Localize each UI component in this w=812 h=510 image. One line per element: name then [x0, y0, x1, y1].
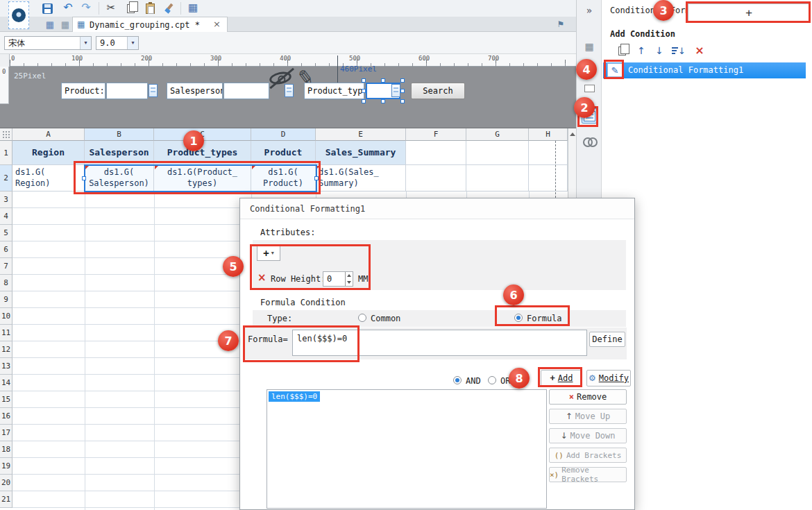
row-header-16[interactable]: 16: [0, 408, 12, 425]
row-header-2[interactable]: 2: [0, 165, 12, 192]
selection-handle[interactable]: [400, 99, 405, 103]
float-element-button[interactable]: [582, 80, 597, 96]
row-header-17[interactable]: 17: [0, 425, 12, 441]
add-condition-clause-button[interactable]: + Add: [541, 370, 582, 386]
row-header-1[interactable]: 1: [0, 141, 12, 165]
cell-H2[interactable]: [529, 165, 568, 192]
row-header-11[interactable]: 11: [0, 325, 12, 341]
row-header-19[interactable]: 19: [0, 458, 12, 475]
row-header-8[interactable]: 8: [0, 275, 12, 291]
product-input-widget[interactable]: [106, 83, 148, 99]
remove-brackets-button[interactable]: ×) Remove Brackets: [549, 467, 627, 482]
row-header-6[interactable]: 6: [0, 241, 12, 258]
move-down-button[interactable]: ↓ Move Down: [549, 428, 627, 443]
parameter-pane[interactable]: 0 25Pixel 460Pixel Product: Salesperson:…: [0, 67, 576, 128]
and-radio[interactable]: [453, 376, 462, 384]
row-height-input[interactable]: 0: [323, 271, 353, 287]
tab-close-icon[interactable]: ×: [213, 19, 221, 28]
row-header-3[interactable]: 3: [0, 192, 12, 208]
app-logo[interactable]: [8, 1, 29, 29]
conditional-formatting-dialog[interactable]: Conditional Formatting1 Attributes: + ▾ …: [239, 198, 635, 510]
row-header-5[interactable]: 5: [0, 225, 12, 241]
add-brackets-button[interactable]: () Add Brackets: [549, 448, 627, 463]
cell-G1[interactable]: [466, 141, 529, 165]
col-header-D[interactable]: D: [251, 128, 316, 141]
cell-A1[interactable]: Region: [12, 141, 85, 165]
condition-list-item-selected[interactable]: ✎ Conditional Formatting1: [603, 62, 806, 78]
web-preview-button[interactable]: ⚑: [555, 19, 566, 30]
col-header-H[interactable]: H: [529, 128, 568, 141]
remove-clause-button[interactable]: × Remove: [549, 389, 627, 405]
row-header-12[interactable]: 12: [0, 341, 12, 358]
delete-condition-button[interactable]: ×: [692, 43, 707, 58]
col-header-F[interactable]: F: [406, 128, 466, 141]
spinner-down-icon[interactable]: [346, 279, 353, 286]
cell-C2[interactable]: ds1.G(Product_types): [154, 165, 251, 192]
selection-handle[interactable]: [362, 99, 366, 103]
condition-clause-list[interactable]: len($$$)=0: [267, 389, 547, 509]
row-header-9[interactable]: 9: [0, 291, 12, 308]
tab-active[interactable]: ▦ Dynamic_grouping.cpt * ×: [72, 17, 228, 32]
save-button[interactable]: [39, 1, 56, 15]
row-header-21[interactable]: 21: [0, 491, 12, 508]
salesperson-input-widget[interactable]: [223, 83, 269, 99]
hyperlink-button[interactable]: [582, 133, 597, 148]
col-header-A[interactable]: A: [12, 128, 85, 141]
cell-A2[interactable]: ds1.G(Region): [12, 165, 85, 192]
col-header-B[interactable]: B: [85, 128, 154, 141]
common-radio[interactable]: [358, 314, 366, 322]
selection-handle[interactable]: [314, 176, 319, 180]
move-condition-down-button[interactable]: ↓: [652, 43, 667, 58]
copy-condition-button[interactable]: [614, 43, 629, 58]
product-label-widget[interactable]: Product:: [61, 83, 105, 99]
undo-button[interactable]: ↶: [60, 0, 76, 15]
add-condition-button[interactable]: +: [688, 3, 810, 22]
remove-attribute-icon[interactable]: ×: [257, 273, 267, 283]
row-header-7[interactable]: 7: [0, 258, 12, 275]
modify-condition-button[interactable]: ⚙ Modify: [586, 370, 631, 386]
cell-F2[interactable]: [406, 165, 466, 192]
copy-button[interactable]: [122, 1, 139, 15]
cell-D2[interactable]: ds1.G(Product): [251, 165, 316, 192]
cell-H1[interactable]: [529, 141, 568, 165]
font-size-select[interactable]: 9.0 ▾: [96, 36, 139, 50]
col-header-G[interactable]: G: [466, 128, 529, 141]
cell-E1[interactable]: Sales_Summary: [316, 141, 406, 165]
salesperson-label-widget[interactable]: Salesperson:: [167, 83, 223, 99]
condition-clause-item-selected[interactable]: len($$$)=0: [269, 391, 320, 402]
insert-table-button[interactable]: ▦: [185, 0, 201, 15]
cell-E2[interactable]: ds1.G(Sales_Summary): [316, 165, 406, 192]
formula-input[interactable]: len($$$)=0: [292, 330, 587, 356]
selection-handle[interactable]: [381, 78, 385, 83]
dialog-titlebar[interactable]: Conditional Formatting1: [240, 198, 634, 219]
scroll-up-icon[interactable]: [570, 133, 575, 136]
move-condition-up-button[interactable]: ↑: [634, 43, 649, 58]
cut-button[interactable]: ✂: [103, 0, 119, 15]
new-template-button[interactable]: ▦: [44, 19, 56, 30]
col-header-E[interactable]: E: [316, 128, 406, 141]
selection-handle[interactable]: [400, 89, 405, 93]
paste-button[interactable]: [142, 1, 158, 15]
product-type-label-widget[interactable]: Product_type:: [304, 83, 364, 99]
formula-radio[interactable]: [514, 314, 523, 322]
sort-conditions-button[interactable]: ↓: [670, 43, 688, 58]
cell-D1[interactable]: Product: [251, 141, 316, 165]
cell-G2[interactable]: [466, 165, 529, 192]
cell-B1[interactable]: Salesperson: [85, 141, 154, 165]
cell-F1[interactable]: [406, 141, 466, 165]
or-radio[interactable]: [488, 376, 496, 384]
template-list-button[interactable]: ▦: [60, 19, 71, 30]
move-up-button[interactable]: ↑ Move Up: [549, 409, 627, 424]
edit-condition-button[interactable]: ✎: [607, 63, 623, 77]
row-header-14[interactable]: 14: [0, 375, 12, 391]
spinner-up-icon[interactable]: [346, 272, 353, 279]
selection-handle[interactable]: [400, 78, 405, 83]
row-header-4[interactable]: 4: [0, 208, 12, 225]
cell-B2[interactable]: ds1.G(Salesperson): [85, 165, 154, 192]
selection-handle[interactable]: [381, 99, 385, 103]
define-button[interactable]: Define: [589, 332, 625, 347]
row-header-10[interactable]: 10: [0, 308, 12, 325]
row-header-18[interactable]: 18: [0, 441, 12, 458]
redo-button[interactable]: ↷: [78, 0, 94, 15]
search-button-widget[interactable]: Search: [411, 83, 465, 99]
